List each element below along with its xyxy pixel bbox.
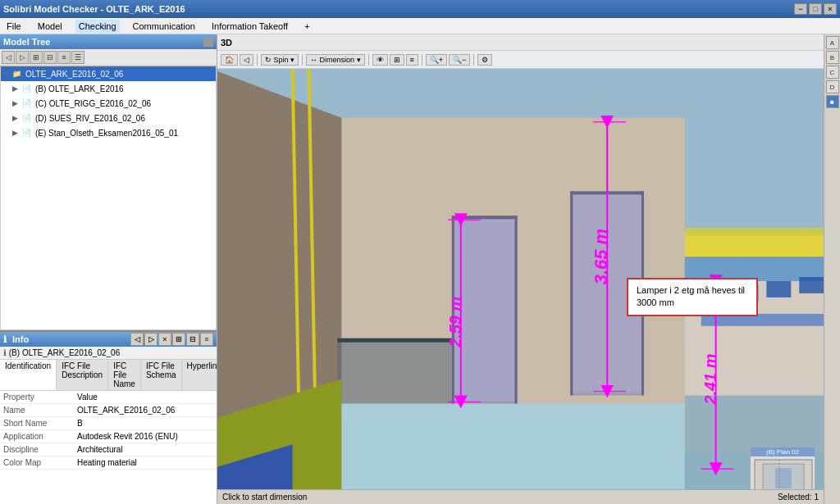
tree-item-4[interactable]: ▶ 📄 (E) Stan_Olseth_Eksamen2016_05_01	[1, 125, 216, 140]
spin-btn[interactable]: ↻ Spin ▾	[261, 54, 299, 66]
view-btn-1[interactable]: 👁	[372, 54, 388, 66]
tree-item-root[interactable]: ▼ 📁 OLTE_ARK_E2016_02_06	[1, 66, 216, 81]
toolbar-sep-3	[368, 54, 369, 66]
tree-toolbar-btn-4[interactable]: ⊟	[43, 51, 57, 64]
tree-toolbar-btn-6[interactable]: ☰	[71, 51, 84, 64]
maximize-button[interactable]: □	[809, 3, 822, 15]
dimension-btn[interactable]: ↔ Dimension ▾	[306, 54, 365, 66]
annotation-box: Lamper i 2 etg må heves til 3000 mm	[627, 278, 758, 316]
tree-toolbar-btn-2[interactable]: ▷	[16, 51, 29, 64]
svg-text:2.41 m: 2.41 m	[701, 354, 719, 406]
prop-label: Discipline	[0, 443, 74, 456]
statusbar: Click to start dimension Selected: 1	[217, 489, 824, 504]
minimize-button[interactable]: −	[794, 3, 807, 15]
info-menu[interactable]: ≡	[200, 333, 213, 346]
menubar: File Model Checking Communication Inform…	[0, 18, 840, 34]
tree-toolbar-btn-3[interactable]: ⊞	[30, 51, 43, 64]
tab-ifc-name[interactable]: IFC File Name	[108, 360, 141, 390]
tab-ifc-schema[interactable]: IFC File Schema	[141, 360, 182, 390]
menu-information-takeoff[interactable]: Information Takeoff	[208, 20, 291, 33]
info-collapse[interactable]: ⊟	[186, 333, 199, 346]
rt-btn-1[interactable]: A	[826, 36, 839, 49]
tree-item-1-label: (B) OLTE_LARK_E2016	[35, 84, 124, 93]
tree-toolbar-btn-1[interactable]: ◁	[2, 51, 15, 64]
svg-rect-21	[766, 281, 791, 297]
svg-rect-44	[775, 468, 792, 488]
tab-ifc-description[interactable]: IFC File Description	[57, 360, 108, 390]
menu-communication[interactable]: Communication	[130, 20, 199, 33]
prop-label: Name	[0, 404, 74, 417]
prop-value: Heating material	[74, 456, 217, 470]
titlebar: Solibri Model Checker - OLTE_ARK_E2016 −…	[0, 0, 840, 18]
minimap-label: (B) Plan 02	[751, 447, 815, 456]
tree-item-4-label: (E) Stan_Olseth_Eksamen2016_05_01	[35, 129, 178, 138]
tree-item-3-label: (D) SUES_RIV_E2016_02_06	[35, 114, 145, 123]
prop-label: Short Name	[0, 417, 74, 430]
prop-value: Value	[74, 391, 217, 404]
model-tree-header: Model Tree	[0, 34, 217, 49]
titlebar-controls[interactable]: − □ ×	[794, 3, 837, 15]
info-icon: ℹ	[3, 334, 7, 344]
tree-item-3[interactable]: ▶ 📄 (D) SUES_RIV_E2016_02_06	[1, 111, 216, 125]
prop-label: Property	[0, 391, 74, 404]
info-close[interactable]: ×	[158, 333, 171, 346]
nav-home-btn[interactable]: 🏠	[221, 54, 238, 66]
view-btn-3[interactable]: ≡	[406, 54, 418, 66]
info-nav-fwd[interactable]: ▷	[144, 333, 158, 346]
tree-empty-space	[1, 140, 216, 304]
tree-toolbar-btn-5[interactable]: ≡	[57, 51, 71, 64]
rt-btn-3[interactable]: C	[826, 66, 839, 79]
prop-label: Application	[0, 430, 74, 443]
nav-back-btn[interactable]: ◁	[240, 54, 253, 66]
viewport-label: 3D	[221, 38, 232, 48]
prop-value: Autodesk Revit 2016 (ENU)	[74, 430, 217, 443]
toolbar-sep-1	[257, 54, 258, 66]
doc-icon-3: 📄	[22, 114, 34, 122]
model-tree-panel: Model Tree ◁ ▷ ⊞ ⊟ ≡ ☰ ▼ 📁 OLTE_ARK_E201…	[0, 34, 217, 332]
svg-rect-22	[799, 277, 824, 293]
prop-value: Architectural	[74, 443, 217, 456]
rt-btn-2[interactable]: B	[826, 51, 839, 64]
expand-icon-3: ▶	[12, 114, 22, 122]
info-nav-back[interactable]: ◁	[130, 333, 144, 346]
prop-value: B	[74, 417, 217, 430]
toolbar-sep-5	[473, 54, 474, 66]
menu-checking[interactable]: Checking	[75, 20, 120, 33]
right-toolbar: A B C D ■	[824, 34, 840, 504]
tab-identification[interactable]: Identification	[0, 360, 57, 390]
rt-btn-4[interactable]: D	[826, 80, 839, 93]
main-container: Model Tree ◁ ▷ ⊞ ⊟ ≡ ☰ ▼ 📁 OLTE_ARK_E201…	[0, 34, 840, 504]
settings-btn[interactable]: ⚙	[477, 54, 492, 66]
info-title-label: ℹ Info	[3, 334, 29, 345]
menu-plus[interactable]: +	[301, 20, 313, 33]
zoom-in-btn[interactable]: 🔍+	[426, 54, 447, 66]
model-tree-toolbar: ◁ ▷ ⊞ ⊟ ≡ ☰	[0, 49, 217, 66]
view-btn-2[interactable]: ⊞	[390, 54, 404, 66]
svg-rect-23	[685, 228, 824, 236]
doc-icon-2: 📄	[22, 99, 34, 107]
viewport[interactable]: 3D 🏠 ◁ ↻ Spin ▾ ↔ Dimension ▾ 👁 ⊞ ≡ 🔍+ 🔍…	[217, 34, 824, 504]
model-tree-content[interactable]: ▼ 📁 OLTE_ARK_E2016_02_06 ▶ 📄 (B) OLTE_LA…	[0, 66, 217, 330]
menu-model[interactable]: Model	[34, 20, 66, 33]
tree-item-2[interactable]: ▶ 📄 (C) OLTE_RIGG_E2016_02_06	[1, 96, 216, 111]
svg-rect-13	[570, 191, 573, 395]
rt-btn-accent[interactable]: ■	[826, 95, 839, 108]
doc-icon-4: 📄	[22, 129, 34, 137]
svg-text:3.65 m: 3.65 m	[591, 229, 611, 284]
expand-icon-4: ▶	[12, 129, 22, 137]
zoom-out-btn[interactable]: 🔍−	[449, 54, 470, 66]
tree-item-1[interactable]: ▶ 📄 (B) OLTE_LARK_E2016	[1, 81, 216, 96]
menu-file[interactable]: File	[3, 20, 25, 33]
minimap: (B) Plan 02	[750, 447, 815, 496]
table-row: Property Value	[0, 391, 217, 404]
status-right: Selected: 1	[778, 493, 819, 502]
info-content: Property Value Name OLTE_ARK_E2016_02_06…	[0, 391, 217, 504]
svg-rect-27	[337, 338, 451, 343]
table-row: Short Name B	[0, 417, 217, 430]
info-expand[interactable]: ⊞	[172, 333, 185, 346]
table-row: Application Autodesk Revit 2016 (ENU)	[0, 430, 217, 443]
folder-icon: 📁	[12, 70, 24, 78]
tree-collapse-icon[interactable]	[203, 37, 213, 47]
close-button[interactable]: ×	[824, 3, 837, 15]
prop-label: Color Map	[0, 456, 74, 470]
